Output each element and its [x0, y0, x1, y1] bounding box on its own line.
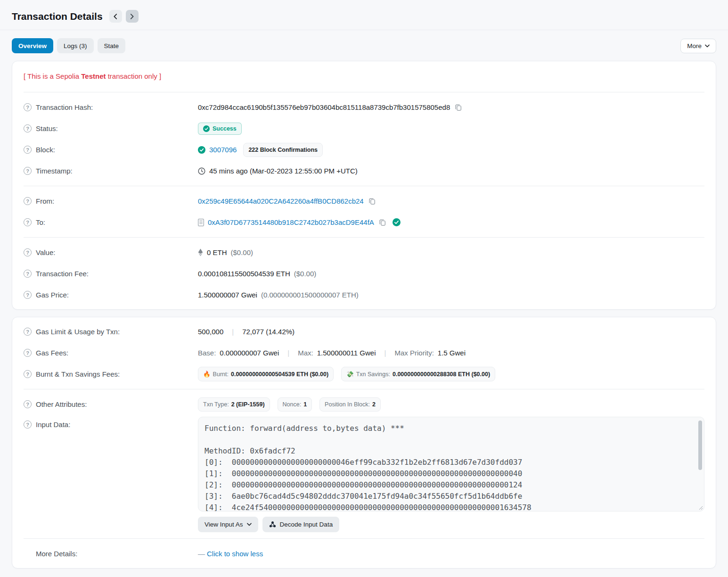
- to-address-link[interactable]: 0xA3f07D6773514480b918C2742b027b3acD9E44…: [208, 218, 374, 226]
- help-icon[interactable]: ?: [24, 349, 32, 357]
- burnt-fee-badge: 🔥 Burnt: 0.000000000000504539 ETH ($0.00…: [198, 367, 334, 381]
- chevron-right-icon: [130, 14, 134, 19]
- decode-input-data-button[interactable]: Decode Input Data: [262, 517, 340, 532]
- nonce-value: 1: [303, 401, 307, 408]
- testnet-warning: [ This is a Sepolia Testnet transaction …: [24, 65, 704, 88]
- row-gas-limit-usage: ? Gas Limit & Usage by Txn: 500,000 | 72…: [24, 321, 704, 342]
- chevron-left-icon: [114, 14, 117, 19]
- check-circle-icon: [198, 146, 205, 154]
- details-card: ? Gas Limit & Usage by Txn: 500,000 | 72…: [12, 317, 716, 569]
- tab-overview[interactable]: Overview: [12, 38, 53, 53]
- divider: [24, 538, 704, 539]
- gas-limit-usage-label: Gas Limit & Usage by Txn:: [36, 328, 120, 336]
- to-label: To:: [36, 218, 45, 226]
- status-badge: Success: [198, 123, 242, 135]
- next-transaction-button[interactable]: [126, 10, 139, 23]
- divider: [24, 92, 704, 92]
- more-dropdown-label: More: [687, 42, 702, 49]
- status-value: Success: [213, 125, 237, 132]
- help-icon[interactable]: ?: [24, 167, 32, 175]
- divider: [24, 237, 704, 238]
- tab-logs[interactable]: Logs (3): [57, 38, 94, 53]
- chevron-down-icon: [705, 44, 710, 48]
- page-header: Transaction Details: [12, 0, 716, 30]
- position-in-block-badge: Position In Block: 2: [319, 397, 381, 412]
- transaction-hash-label: Transaction Hash:: [36, 103, 93, 111]
- from-label: From:: [36, 197, 54, 205]
- contract-icon: [198, 219, 204, 226]
- gas-price-eth: (0.000000001500000007 ETH): [261, 291, 359, 299]
- row-timestamp: ? Timestamp: 45 mins ago (Mar-02-2023 12…: [24, 160, 704, 181]
- overview-card: [ This is a Sepolia Testnet transaction …: [12, 61, 716, 310]
- check-circle-icon: [203, 125, 210, 132]
- gas-limit-value: 500,000: [198, 328, 223, 336]
- block-label: Block:: [36, 146, 55, 154]
- help-icon[interactable]: ?: [24, 270, 32, 278]
- nonce-badge: Nonce: 1: [278, 397, 312, 412]
- separator: |: [384, 349, 386, 357]
- tab-state[interactable]: State: [98, 38, 126, 53]
- transaction-hash-value: 0xc72d984ccac6190b5f135576eb97b03604bc81…: [198, 103, 450, 111]
- fire-icon: 🔥: [203, 371, 211, 378]
- transaction-fee-label: Transaction Fee:: [36, 270, 89, 278]
- help-icon[interactable]: ?: [24, 328, 32, 336]
- txn-type-name: Txn Type:: [203, 401, 229, 408]
- timestamp-label: Timestamp:: [36, 167, 73, 175]
- copy-transaction-hash-button[interactable]: [454, 104, 463, 111]
- input-data-actions: View Input As Decode Input Data: [198, 517, 704, 532]
- status-label: Status:: [36, 124, 58, 132]
- help-icon[interactable]: ?: [24, 400, 32, 408]
- show-less-text: Click to show less: [207, 550, 263, 558]
- help-icon[interactable]: ?: [24, 146, 32, 154]
- position-in-block-value: 2: [372, 401, 376, 408]
- view-input-as-button[interactable]: View Input As: [198, 517, 258, 532]
- copy-to-address-button[interactable]: [378, 219, 387, 226]
- help-icon[interactable]: ?: [24, 197, 32, 205]
- help-icon[interactable]: ?: [24, 248, 32, 256]
- input-data-scrollbar[interactable]: [698, 420, 702, 470]
- block-confirmations-badge: 222 Block Confirmations: [243, 143, 323, 157]
- transaction-details-page: Transaction Details Overview Logs (3) St…: [0, 0, 728, 569]
- copy-from-address-button[interactable]: [368, 198, 376, 205]
- molecule-icon: [269, 521, 276, 528]
- help-icon[interactable]: ?: [24, 218, 32, 226]
- burnt-savings-label: Burnt & Txn Savings Fees:: [36, 370, 120, 378]
- help-icon[interactable]: ?: [24, 420, 32, 429]
- chevron-down-icon: [247, 523, 252, 526]
- transaction-fee-usd: ($0.00): [294, 270, 317, 278]
- transaction-fee-amount: 0.000108115500504539 ETH: [198, 270, 290, 278]
- row-status: ? Status: Success: [24, 118, 704, 139]
- txn-savings-badge: 💸 Txn Savings: 0.000000000000288308 ETH …: [341, 367, 495, 381]
- input-data-textarea[interactable]: Function: forward(address to,bytes data)…: [198, 417, 704, 511]
- gas-price-label: Gas Price:: [36, 291, 69, 299]
- max-fee-label: Max:: [298, 349, 313, 357]
- more-details-label: More Details:: [36, 550, 77, 558]
- decode-input-data-label: Decode Input Data: [280, 521, 333, 528]
- base-fee-label: Base:: [198, 349, 216, 357]
- separator: |: [232, 328, 234, 336]
- value-amount: 0 ETH: [207, 248, 227, 256]
- help-icon[interactable]: ?: [24, 291, 32, 299]
- help-icon[interactable]: ?: [24, 370, 32, 378]
- show-less-link[interactable]: —Click to show less: [198, 550, 263, 558]
- help-icon[interactable]: ?: [24, 124, 32, 132]
- help-icon[interactable]: ?: [24, 103, 32, 111]
- nonce-name: Nonce:: [283, 401, 302, 408]
- row-gas-price: ? Gas Price: 1.500000007 Gwei (0.0000000…: [24, 284, 704, 305]
- txn-savings-name: Txn Savings:: [356, 371, 390, 378]
- burnt-fee-value: 0.000000000000504539 ETH ($0.00): [231, 371, 328, 378]
- resize-grip-icon[interactable]: [698, 505, 703, 510]
- from-address-link[interactable]: 0x259c49E65644a020C2A642260a4ffB0CD862cb…: [198, 197, 364, 205]
- previous-transaction-button[interactable]: [109, 10, 122, 23]
- gas-price-amount: 1.500000007 Gwei: [198, 291, 257, 299]
- value-label: Value:: [36, 248, 55, 256]
- more-dropdown-button[interactable]: More: [680, 39, 716, 53]
- tab-bar: Overview Logs (3) State More: [12, 30, 716, 61]
- row-burnt-savings: ? Burnt & Txn Savings Fees: 🔥 Burnt: 0.0…: [24, 363, 704, 385]
- other-attributes-label: Other Attributes:: [36, 400, 87, 408]
- separator: |: [287, 349, 289, 357]
- block-number-link[interactable]: 3007096: [209, 146, 237, 154]
- copy-icon: [368, 198, 376, 205]
- page-title: Transaction Details: [12, 11, 103, 22]
- row-input-data: ? Input Data: Function: forward(address …: [24, 415, 704, 534]
